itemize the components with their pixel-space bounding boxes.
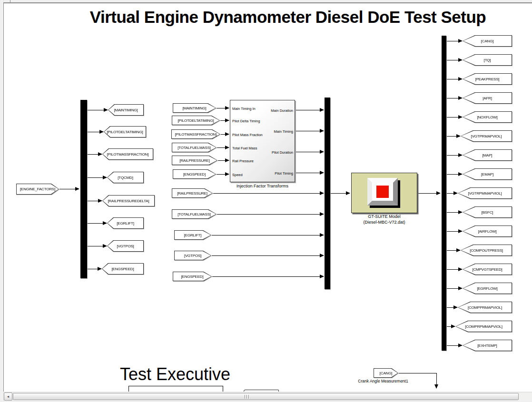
scrollbar-corner-tick (10, 0, 10, 2)
from-tag-railpressure-in[interactable]: [RAILPRESSURE] (172, 156, 217, 165)
goto-tag-noxflow[interactable]: [NOXFLOW] (463, 111, 512, 123)
goto-tag-vgtrpmmapviol[interactable]: [VGTRPMMAPVIOL] (458, 187, 512, 199)
tag-label: [PILOTMASSFRACTION] (171, 129, 220, 139)
gtsuite-icon (367, 178, 398, 206)
input-port-label: Main Timing In (232, 107, 256, 111)
tag-label: [PEAKPRESS] (463, 73, 512, 85)
scrollbar-thumb[interactable] (13, 393, 519, 400)
from-tag-engine-factors[interactable]: [ENGINE_FACTORS] (16, 184, 59, 195)
tag-label: [CANG] (374, 368, 398, 378)
from-tag-totalfuelmass[interactable]: [TOTALFUELMASS] (172, 209, 217, 219)
goto-tag-cang[interactable]: [CANG] (463, 35, 512, 47)
tag-label: [NOXFLOW] (463, 111, 512, 123)
gtsuite-model-block[interactable] (351, 173, 417, 213)
from-tag-cang-crank-angle[interactable]: [CANG] (374, 368, 398, 378)
input-port-label: Pilot Delta Timing (232, 119, 260, 123)
simulink-model-window: Virtual Engine Dynamometer Diesel DoE Te… (0, 0, 532, 402)
tag-label: [RAILPRESSUREDELTA] (102, 195, 155, 206)
input-port-label: Rail Pressure (232, 159, 254, 163)
goto-tag-exhtemp[interactable]: [EXHTEMP] (463, 340, 512, 351)
tag-label: [VGTPOS] (174, 251, 211, 260)
tag-label: [MAINTIMING] (173, 103, 216, 113)
goto-tag-cmpvgtspeed[interactable]: [CMPVGTSPEED] (463, 264, 512, 275)
from-tag-vgtpos[interactable]: [VGTPOS] (174, 251, 211, 260)
injection-factor-transforms-block[interactable]: Main Timing InPilot Delta TimingPilot Ma… (230, 100, 295, 182)
input-port-label: Total Fuel Mass (232, 146, 257, 150)
model-title-annotation: Virtual Engine Dynamometer Diesel DoE Te… (62, 8, 514, 27)
from-tag-pilotmassfraction-in[interactable]: [PILOTMASSFRACTION] (171, 129, 220, 139)
tag-label: [RAILPRESSURE] (172, 188, 213, 198)
clipped-block-partial[interactable] (244, 390, 279, 392)
mux-bar[interactable] (325, 98, 330, 289)
tag-label: [EGRFLOW] (463, 283, 512, 294)
tag-label: [EMAP] (463, 168, 512, 180)
tag-label: [CMPVGTSPEED] (463, 264, 512, 275)
tag-label: [EGRLIFT] (174, 230, 211, 240)
tag-label: [TOTALFUELMASS] (172, 209, 217, 219)
goto-tag-airflow[interactable]: [AIRFLOW] (463, 226, 512, 237)
goto-tag-maintiming[interactable]: [MAINTIMING] (108, 104, 144, 116)
goto-tag-pilotdeltatiming[interactable]: [PILOTDELTATIMING] (104, 126, 146, 137)
goto-tag-compprmapviol[interactable]: [COMPPRMAPVIOL] (458, 302, 512, 313)
tag-label: [AFR] (463, 92, 512, 104)
tag-label: [TQ] (463, 54, 512, 66)
tag-label: [AIRFLOW] (463, 226, 512, 237)
tag-label: [ENGINE_FACTORS] (16, 184, 59, 195)
tag-label: [MAP] (463, 149, 512, 161)
output-port-label: Main Duration (271, 108, 293, 113)
goto-tag-comprpmmapviol[interactable]: [COMPRPMMAPVIOL] (455, 321, 512, 332)
injection-block-caption: Injection Factor Transforms (230, 184, 295, 188)
goto-tag-tq[interactable]: [TQ] (463, 54, 512, 66)
from-tag-engspeed[interactable]: [ENGSPEED] (173, 272, 212, 281)
tag-label: [VGTPOS] (107, 240, 144, 252)
tag-label: [EXHTEMP] (463, 340, 512, 351)
tag-label: [COMPOUTPRESS] (461, 245, 512, 256)
goto-tag-emap[interactable]: [EMAP] (463, 168, 512, 180)
goto-tag-afr[interactable]: [AFR] (463, 92, 512, 104)
tag-label: [BSFC] (463, 206, 512, 218)
tag-label: [ENGSPEED] (173, 169, 216, 179)
goto-tag-egrlift[interactable]: [EGRLIFT] (107, 217, 144, 229)
tag-label: [MAINTIMING] (108, 104, 144, 116)
from-tag-railpressure[interactable]: [RAILPRESSURE] (172, 188, 213, 198)
goto-tag-engspeed[interactable]: [ENGSPEED] (102, 263, 144, 275)
scroll-left-button[interactable]: ◄ (4, 392, 12, 401)
tag-label: [VGTRPMMAPVIOL] (458, 187, 512, 199)
tag-label: [ENGSPEED] (102, 263, 144, 275)
goto-tag-peakpress[interactable]: [PEAKPRESS] (463, 73, 512, 85)
output-demux-bar[interactable] (442, 36, 446, 351)
goto-tag-bsfc[interactable]: [BSFC] (463, 206, 512, 218)
from-tag-egrlift[interactable]: [EGRLIFT] (174, 230, 211, 240)
output-port-label: Pilot Duration (272, 150, 293, 155)
horizontal-scrollbar[interactable]: ◄ (4, 392, 532, 401)
scrollbar-grip (245, 395, 250, 399)
from-tag-totalfuelmass-in[interactable]: [TOTALFUELMASS] (172, 143, 217, 152)
tag-label: [COMPPRMAPVIOL] (458, 302, 512, 313)
goto-tag-vgtprmapviol[interactable]: [VGTPRMAPVIOL] (461, 130, 512, 142)
goto-tag-compoutpress[interactable]: [COMPOUTPRESS] (461, 245, 512, 256)
goto-tag-railpressuredelta[interactable]: [RAILPRESSUREDELTA] (102, 195, 155, 206)
tag-label: [EGRLIFT] (107, 217, 144, 229)
tag-label: [COMPRPMMAPVIOL] (455, 321, 512, 332)
tag-label: [PILOTMASSFRACTION] (102, 148, 153, 160)
from-tag-pilotdeltatiming-in[interactable]: [PILOTDELTATIMING] (172, 116, 220, 125)
input-demux-bar[interactable] (80, 100, 87, 278)
gtsuite-block-file: (Diesel-MBC-V72.dat) (346, 220, 422, 225)
tag-label: [TQCMD] (107, 172, 144, 183)
from-tag-engspeed-in[interactable]: [ENGSPEED] (173, 169, 216, 179)
goto-tag-vgtpos[interactable]: [VGTPOS] (107, 240, 144, 252)
tag-label: [TOTALFUELMASS] (172, 143, 217, 152)
tag-label: [CANG] (463, 35, 512, 47)
test-executive-block-partial[interactable] (128, 386, 223, 392)
goto-tag-map[interactable]: [MAP] (463, 149, 512, 161)
input-port-label: Speed (232, 173, 243, 177)
tag-label: [PILOTDELTATIMING] (104, 126, 146, 137)
goto-tag-pilotmassfraction[interactable]: [PILOTMASSFRACTION] (102, 148, 153, 160)
goto-tag-tqcmd[interactable]: [TQCMD] (107, 172, 144, 183)
gtsuite-block-name: GT-SUITE Model (351, 214, 417, 219)
goto-tag-egrflow[interactable]: [EGRFLOW] (463, 283, 512, 294)
input-port-label: Pilot Mass Fraction (232, 133, 263, 137)
crank-angle-caption: Crank Angle Measurement1 (347, 379, 419, 383)
from-tag-maintiming-in[interactable]: [MAINTIMING] (173, 103, 216, 113)
tag-label: [RAILPRESSURE] (172, 156, 217, 165)
